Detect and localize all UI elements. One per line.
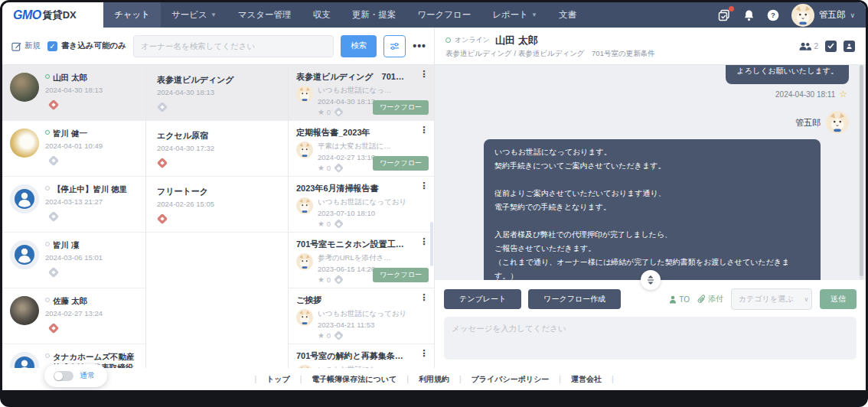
chat-header: オンライン 山田 太郎 表参道ビルディング / 表参道ビルディング 701号室の…	[435, 28, 866, 64]
kebab-menu-icon[interactable]: ⋮	[419, 293, 429, 302]
attach-button[interactable]: 添付	[697, 294, 723, 304]
notification-badge	[729, 6, 734, 11]
nav-item-report[interactable]: レポート▼	[481, 2, 548, 28]
topic-row[interactable]: ご挨拶 ⋮ いつもお世話になっております。 2023-04-21 11:53 ★…	[289, 288, 434, 344]
nav-item-master[interactable]: マスター管理	[227, 2, 302, 28]
chat-panel: よろしくお願いいたします。 2024-04-30 18:11 ☆ 管五郎 いつも…	[435, 65, 866, 368]
divider: |	[612, 375, 614, 383]
footer-link-ebooks-law[interactable]: 電子帳簿保存法について	[302, 374, 406, 385]
message: よろしくお願いいたします。 2024-04-30 18:11 ☆	[447, 65, 849, 99]
building-row[interactable]: 表参道ビルディング 2024-04-30 18:13	[146, 65, 288, 121]
create-workflow-button[interactable]: ワークフロー作成	[528, 289, 621, 309]
nav-item-service[interactable]: サービス▼	[161, 2, 227, 28]
topic-row[interactable]: 701号室の解約と再募集条… ⋮ いつもお世話になっ…	[289, 344, 434, 368]
more-options-button[interactable]: •••	[413, 40, 426, 52]
topic-row[interactable]: 表参道ビルディング 701… ⋮ いつもお世話になっ… 2024-04-30 1…	[289, 65, 434, 121]
footer-links: | トップ | 電子帳簿保存法について | 利用規約 | プライバシーポリシー …	[254, 374, 613, 385]
star-count[interactable]: ★ 0	[318, 331, 331, 340]
compose-toolbar: テンプレート ワークフロー作成 TO 添付 カテゴリを選ぶ	[435, 288, 866, 310]
sender-name: 管五郎	[795, 117, 821, 129]
logo-gmo: GMO	[13, 8, 41, 22]
offline-status-icon	[45, 186, 50, 190]
members-button[interactable]: 2	[798, 41, 818, 51]
workflow-badge[interactable]: ワークフロー	[373, 268, 429, 282]
message-input[interactable]	[444, 317, 857, 360]
check-icon	[827, 43, 834, 49]
star-count[interactable]: ★ 0	[318, 220, 331, 228]
nav-item-chat[interactable]: チャット	[103, 2, 161, 28]
search-button[interactable]: 検索	[341, 35, 377, 57]
chat-header-actions: 2	[798, 41, 855, 52]
writable-only-checkbox[interactable]: ✓ 書き込み可能のみ	[47, 41, 126, 51]
app-logo[interactable]: GMO 賃貸DX	[2, 2, 103, 28]
building-row[interactable]: エクセル原宿 2024-04-30 17:32	[146, 121, 288, 177]
task-check-button[interactable]	[825, 41, 837, 52]
online-status-icon	[45, 130, 50, 135]
contact-card-button[interactable]	[844, 41, 855, 52]
workflow-badge[interactable]: ワークフロー	[373, 100, 429, 115]
message-bubble: よろしくお願いいたします。	[726, 65, 849, 84]
template-button[interactable]: テンプレート	[444, 289, 521, 309]
contact-row[interactable]: 佐藤 太郎 2024-02-27 13:24	[2, 288, 145, 344]
alert-badge-icon	[48, 155, 59, 166]
topics-list: 表参道ビルディング 701… ⋮ いつもお世話になっ… 2024-04-30 1…	[289, 65, 435, 368]
star-count[interactable]: ★ 0	[318, 108, 331, 116]
kebab-menu-icon[interactable]: ⋮	[419, 237, 429, 246]
mascot-avatar	[296, 86, 313, 103]
filter-button[interactable]	[383, 35, 406, 57]
owner-search-input[interactable]	[133, 35, 334, 57]
topic-row[interactable]: 定期報告書_2023年 ⋮ 平素は大変お世話に… 2024-02-27 13:1…	[289, 121, 434, 177]
contact-row[interactable]: 皆川 凜 2024-03-06 15:01	[2, 233, 145, 288]
buildings-list: 表参道ビルディング 2024-04-30 18:13 エクセル原宿 2024-0…	[146, 65, 289, 368]
sliders-icon	[390, 41, 400, 51]
to-button[interactable]: TO	[669, 295, 690, 304]
contact-row[interactable]: 【停止中】皆川 徳里 2024-03-13 21:27	[2, 177, 145, 233]
nav-item-renewal[interactable]: 更新・提案	[341, 2, 407, 28]
scrollbar-thumb[interactable]	[430, 222, 433, 266]
footer-link-company[interactable]: 運営会社	[561, 374, 612, 385]
resize-handle[interactable]	[641, 270, 661, 290]
star-count[interactable]: ★ 0	[318, 164, 331, 172]
user-menu[interactable]: 管五郎 ∨	[791, 4, 855, 27]
sender-row: 管五郎	[795, 111, 849, 134]
nav-item-document[interactable]: 文書	[548, 2, 587, 28]
send-button[interactable]: 送信	[820, 289, 857, 309]
kebab-menu-icon[interactable]: ⋮	[419, 181, 429, 190]
star-count[interactable]: ★ 0	[318, 275, 331, 284]
help-icon[interactable]: ?	[767, 8, 780, 21]
mode-switch[interactable]	[54, 371, 73, 381]
footer-link-privacy[interactable]: プライバシーポリシー	[461, 374, 559, 385]
star-icon[interactable]: ☆	[839, 90, 847, 99]
last-message-time: 2024-02-26 15:05	[157, 200, 280, 208]
alert-badge-icon	[48, 323, 59, 334]
topic-row[interactable]: 701号室モニタホン設置工… ⋮ 参考のURLを添付さ… 2023-06-15 …	[289, 233, 434, 288]
building-row[interactable]: フリートーク 2024-02-26 15:05	[146, 177, 288, 233]
online-status-icon	[45, 74, 50, 79]
member-count: 2	[814, 42, 818, 50]
alert-badge-icon	[334, 275, 344, 285]
kebab-menu-icon[interactable]: ⋮	[419, 125, 429, 135]
scrollbar-thumb[interactable]	[860, 65, 863, 276]
nav-item-workflow[interactable]: ワークフロー	[406, 2, 481, 28]
kebab-menu-icon[interactable]: ⋮	[419, 70, 429, 79]
topic-row[interactable]: 2023年6月清掃報告書 ⋮ いつもお世話になっております… 2023-07-1…	[289, 177, 434, 233]
mascot-avatar	[296, 253, 313, 270]
nav-item-balance[interactable]: 収支	[302, 2, 341, 28]
footer-link-top[interactable]: トップ	[256, 374, 300, 385]
alert-badge-icon	[157, 213, 168, 224]
topic-preview: 平素は大変お世話に…	[318, 142, 391, 151]
avatar	[10, 73, 39, 102]
tasks-icon[interactable]	[718, 8, 731, 21]
workflow-badge[interactable]: ワークフロー	[373, 156, 429, 171]
kebab-menu-icon[interactable]: ⋮	[419, 349, 429, 358]
category-select[interactable]: カテゴリを選ぶ ∨	[731, 288, 812, 310]
contact-row[interactable]: 皆川 健一 2024-04-01 10:49	[2, 121, 145, 177]
mode-toggle: 通常	[44, 364, 107, 387]
footer-link-terms[interactable]: 利用規約	[409, 374, 459, 385]
message: 管五郎 いつもお世話になっております。 契約手続きについてご案内させていただきま…	[447, 99, 849, 280]
online-status-icon	[445, 37, 451, 43]
contact-row[interactable]: 山田 太郎 2024-04-30 18:13	[2, 65, 145, 121]
last-message-time: 2024-03-13 21:27	[45, 197, 127, 206]
bell-icon[interactable]	[742, 8, 755, 21]
new-chat-button[interactable]: 新規	[11, 41, 41, 51]
